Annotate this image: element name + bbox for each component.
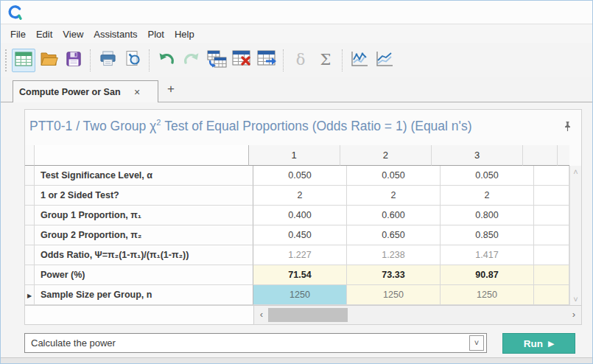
tab-close-icon[interactable]: × (134, 87, 140, 97)
grid-cell-empty[interactable] (534, 285, 569, 305)
row-selector[interactable] (25, 245, 35, 265)
redo-arrow-icon (182, 50, 201, 71)
grid-cell[interactable]: 2 (253, 186, 347, 206)
header-selector-cell (25, 145, 35, 166)
grid-cell[interactable]: 0.650 (347, 225, 441, 245)
plot-lines-button[interactable] (373, 49, 396, 72)
row-selector[interactable] (25, 265, 35, 285)
column-header-4[interactable] (523, 145, 558, 166)
new-tab-button[interactable]: + (167, 82, 175, 97)
grid-cell[interactable]: 2 (347, 186, 441, 206)
print-button[interactable] (96, 49, 119, 72)
chevron-down-icon[interactable]: ˅ (469, 335, 484, 351)
table-header-row: 1 2 3 (25, 145, 569, 166)
floppy-disk-icon (66, 51, 82, 70)
menu-file[interactable]: File (5, 27, 31, 42)
grid-cell[interactable]: 0.600 (347, 206, 441, 225)
action-dropdown[interactable]: Calculate the power ˅ (24, 333, 487, 353)
grid-cell[interactable]: 0.400 (253, 206, 347, 225)
new-table-button[interactable] (12, 49, 35, 72)
run-button[interactable]: Run ▶ (502, 333, 575, 354)
sigma-button[interactable]: Σ (314, 49, 337, 72)
grid-cell[interactable]: 0.050 (441, 166, 534, 186)
export-table-button[interactable] (255, 49, 278, 72)
toolbar-separator (283, 49, 284, 71)
grid-cell[interactable]: 1.227 (253, 245, 347, 265)
delta-icon: δ (296, 52, 306, 68)
grid-cell[interactable]: 1250 (347, 285, 441, 305)
grid-cell-empty[interactable] (534, 245, 569, 265)
grid-cell[interactable]: 0.450 (253, 225, 347, 245)
grid-cell[interactable]: 71.54 (253, 265, 347, 285)
vertical-scrollbar[interactable]: ˄ ˅ (569, 166, 581, 305)
copy-table-button[interactable] (205, 49, 228, 72)
scrollbar-thumb[interactable] (268, 308, 348, 322)
menu-view[interactable]: View (57, 27, 88, 42)
selected-grid-cell[interactable]: 1250 (253, 285, 347, 305)
print-preview-button[interactable] (121, 49, 144, 72)
table-row: 1 or 2 Sided Test? 2 2 2 (25, 186, 569, 206)
grid-cell-empty[interactable] (534, 265, 569, 285)
scroll-up-icon[interactable]: ˄ (570, 167, 581, 176)
grid-cell[interactable]: 73.33 (347, 265, 441, 285)
worksheet-title: PTT0-1 / Two Group χ2 Test of Equal Prop… (29, 118, 471, 134)
line-chart-icon (350, 50, 369, 70)
grid-cell[interactable]: 0.050 (347, 166, 441, 186)
worksheet-panel: PTT0-1 / Two Group χ2 Test of Equal Prop… (24, 109, 582, 325)
grid-cell[interactable]: 1250 (441, 285, 534, 305)
grid-cell-empty[interactable] (534, 166, 569, 186)
menu-plot[interactable]: Plot (143, 27, 169, 42)
grid-cell[interactable]: 90.87 (441, 265, 534, 285)
row-selector[interactable] (25, 186, 35, 206)
grid-cell[interactable]: 0.850 (441, 225, 534, 245)
header-scroll-cell (558, 145, 569, 166)
undo-arrow-icon (157, 50, 176, 71)
current-row-marker[interactable]: ▶ (25, 285, 35, 305)
menu-help[interactable]: Help (169, 27, 200, 42)
grid-cell[interactable]: 0.050 (253, 166, 347, 186)
play-icon: ▶ (548, 339, 554, 349)
menu-assistants[interactable]: Assistants (88, 27, 142, 42)
row-label: Sample Size per Group, n (35, 285, 253, 305)
horizontal-scrollbar[interactable]: ‹ › (254, 305, 581, 324)
scrollbar-corner (25, 305, 254, 324)
undo-button[interactable] (155, 49, 178, 72)
scroll-left-icon[interactable]: ‹ (256, 306, 267, 324)
tab-label: Compute Power or San (19, 87, 131, 97)
worksheet-title-bar: PTT0-1 / Two Group χ2 Test of Equal Prop… (25, 110, 581, 145)
delta-button[interactable]: δ (289, 49, 312, 72)
page-magnifier-icon (124, 50, 141, 70)
table-grid-icon (15, 52, 32, 69)
printer-icon (99, 50, 117, 70)
table-row: Test Significance Level, α 0.050 0.050 0… (25, 166, 569, 186)
grid-cell-empty[interactable] (534, 225, 569, 245)
redo-button[interactable] (180, 49, 203, 72)
column-header-3[interactable]: 3 (432, 145, 523, 166)
grid-cell[interactable]: 2 (441, 186, 534, 206)
column-header-2[interactable]: 2 (340, 145, 432, 166)
grid-cell[interactable]: 1.238 (347, 245, 441, 265)
action-dropdown-value: Calculate the power (31, 334, 116, 352)
scroll-right-icon[interactable]: › (568, 306, 580, 324)
plot-power-button[interactable] (348, 49, 371, 72)
nquery-logo-icon (7, 4, 24, 25)
row-label: Power (%) (35, 265, 253, 285)
tab-compute-power[interactable]: Compute Power or San × (13, 80, 158, 102)
delete-table-button[interactable] (230, 49, 253, 72)
open-button[interactable] (37, 49, 60, 72)
scroll-down-icon[interactable]: ˅ (570, 295, 581, 304)
toolbar-separator (90, 49, 91, 71)
table-row-sample-size: ▶ Sample Size per Group, n 1250 1250 125… (25, 285, 569, 305)
row-selector[interactable] (25, 225, 35, 245)
grid-cell[interactable]: 1.417 (441, 245, 534, 265)
row-selector[interactable] (25, 166, 35, 186)
pin-icon[interactable] (563, 121, 572, 135)
grid-cell[interactable]: 0.800 (441, 206, 534, 225)
header-label-cell (35, 145, 249, 166)
save-button[interactable] (62, 49, 85, 72)
grid-cell-empty[interactable] (534, 206, 569, 225)
menu-edit[interactable]: Edit (31, 27, 57, 42)
row-selector[interactable] (25, 206, 35, 225)
grid-cell-empty[interactable] (534, 186, 569, 206)
column-header-1[interactable]: 1 (249, 145, 340, 166)
